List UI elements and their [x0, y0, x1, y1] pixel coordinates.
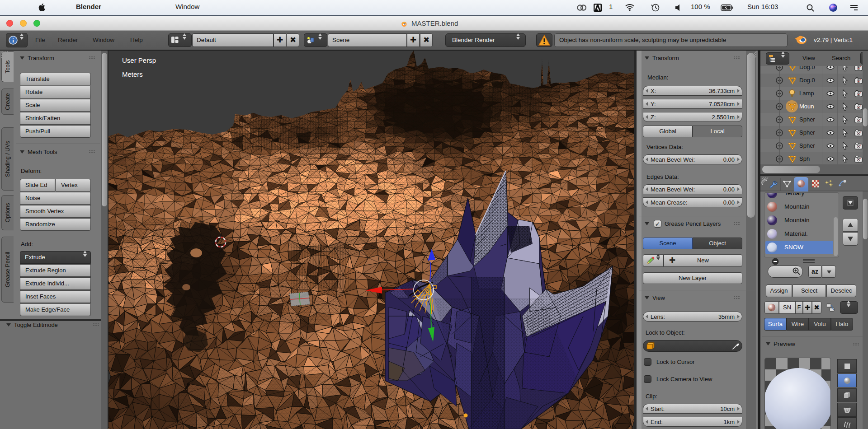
svg-text:User Persp: User Persp [122, 56, 156, 64]
svg-text:Meters: Meters [122, 70, 143, 78]
svg-text:i: i [12, 37, 14, 44]
